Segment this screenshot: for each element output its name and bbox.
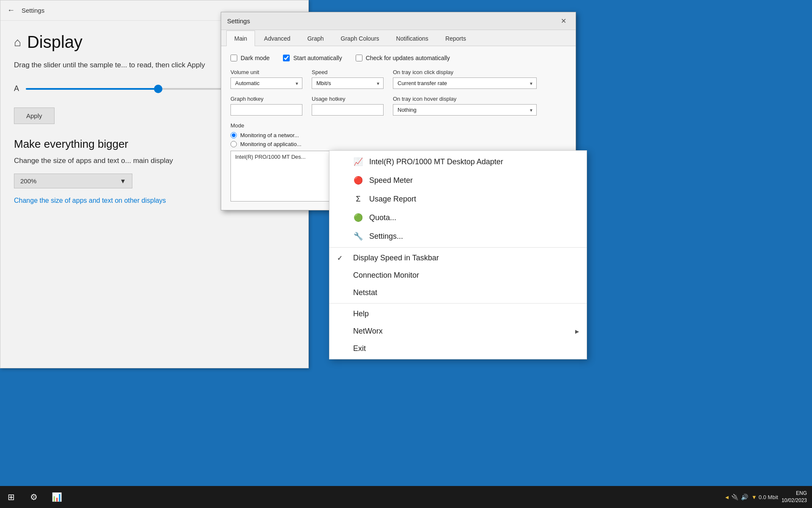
- systray: ◀ 🔌 🔊: [725, 494, 748, 500]
- taskbar-right: ◀ 🔌 🔊 ▼ 0.0 Mbit ENG 10/02/2023: [725, 490, 812, 504]
- settings-tabs-bar: Main Advanced Graph Graph Colours Notifi…: [221, 30, 576, 46]
- tray-click-select[interactable]: Current transfer rate Speed Meter Nothin…: [393, 77, 537, 89]
- menu-item-label: Display Speed in Taskbar: [353, 254, 439, 262]
- change-displays-link[interactable]: Change the size of apps and text on othe…: [14, 197, 166, 204]
- tab-notifications[interactable]: Notifications: [388, 30, 436, 46]
- context-menu-item[interactable]: NetWorx: [329, 323, 587, 340]
- menu-item-label: Netstat: [353, 288, 377, 297]
- speed-select[interactable]: Mbit/s Kbit/s MB/s: [312, 77, 384, 89]
- scale-value: 200%: [20, 177, 36, 185]
- tray-hover-select[interactable]: Nothing Current transfer rate Speed Mete…: [393, 104, 537, 116]
- context-menu-item[interactable]: 📈Intel(R) PRO/1000 MT Desktop Adapter: [329, 152, 587, 171]
- display-window-title: Settings: [22, 7, 44, 14]
- apply-button[interactable]: Apply: [14, 108, 55, 124]
- tab-advanced[interactable]: Advanced: [256, 30, 298, 46]
- form-row-2: Graph hotkey Usage hotkey On tray icon h…: [230, 96, 566, 116]
- form-row-1: Volume unit Automatic MB GB Speed Mbit/s…: [230, 69, 566, 89]
- taskbar-clock[interactable]: ENG 10/02/2023: [782, 490, 807, 504]
- context-menu-item[interactable]: Help: [329, 305, 587, 323]
- display-description: Drag the slider until the sample te... t…: [14, 60, 217, 70]
- volume-unit-select[interactable]: Automatic MB GB: [230, 77, 302, 89]
- mode-app-radio-label[interactable]: Monitoring of applicatio...: [230, 141, 566, 147]
- menu-separator: [329, 247, 587, 248]
- menu-item-icon: 🟢: [353, 213, 363, 223]
- menu-item-label: Intel(R) PRO/1000 MT Desktop Adapter: [369, 157, 503, 166]
- context-menu-item[interactable]: Exit: [329, 340, 587, 357]
- mode-network-radio-label[interactable]: Monitoring of a networ...: [230, 132, 566, 138]
- dark-mode-checkbox[interactable]: [230, 55, 237, 61]
- start-auto-checkbox-label[interactable]: Start automatically: [283, 55, 342, 61]
- speed-wrapper: Mbit/s Kbit/s MB/s: [312, 77, 384, 89]
- menu-item-check: ✓: [337, 254, 347, 262]
- volume-unit-label: Volume unit: [230, 69, 302, 75]
- mode-app-label: Monitoring of applicatio...: [240, 141, 302, 147]
- start-button[interactable]: ⊞: [0, 486, 22, 508]
- speed-display: ▼ 0.0 Mbit: [752, 494, 778, 500]
- search-gear-button[interactable]: ⚙: [23, 486, 45, 508]
- context-menu-item[interactable]: 🔴Speed Meter: [329, 171, 587, 190]
- speed-arrow-icon: ▼: [752, 494, 757, 500]
- usage-hotkey-label: Usage hotkey: [312, 96, 384, 102]
- menu-separator: [329, 303, 587, 304]
- menu-item-label: Exit: [353, 344, 366, 353]
- tray-click-group: On tray icon click display Current trans…: [393, 69, 537, 89]
- dark-mode-label: Dark mode: [241, 55, 269, 61]
- home-icon: ⌂: [14, 36, 21, 49]
- tab-reports[interactable]: Reports: [437, 30, 474, 46]
- volume-unit-wrapper: Automatic MB GB: [230, 77, 302, 89]
- network-tray-icon[interactable]: 🔌: [731, 494, 738, 500]
- mode-network-label: Monitoring of a networ...: [240, 132, 299, 138]
- taskbar-date: 10/02/2023: [782, 497, 807, 504]
- adapter-text: Intel(R) PRO/1000 MT Des...: [235, 154, 306, 160]
- context-menu-item[interactable]: ✓Display Speed in Taskbar: [329, 249, 587, 267]
- taskbar: ⊞ ⚙ 📊 ◀ 🔌 🔊 ▼ 0.0 Mbit ENG 10/02/2023: [0, 486, 812, 508]
- speed-group: Speed Mbit/s Kbit/s MB/s: [312, 69, 384, 89]
- usage-hotkey-group: Usage hotkey: [312, 96, 384, 116]
- menu-item-label: Usage Report: [369, 195, 416, 204]
- scale-chevron-icon: ▼: [120, 177, 126, 185]
- volume-unit-group: Volume unit Automatic MB GB: [230, 69, 302, 89]
- context-menu-item[interactable]: 🟢Quota...: [329, 208, 587, 227]
- make-bigger-description: Change the size of apps and text o... ma…: [14, 156, 217, 166]
- checkbox-row: Dark mode Start automatically Check for …: [230, 55, 566, 61]
- graph-hotkey-group: Graph hotkey: [230, 96, 302, 116]
- tab-graph[interactable]: Graph: [299, 30, 332, 46]
- menu-item-label: Help: [353, 309, 369, 318]
- mode-network-radio[interactable]: [230, 132, 237, 138]
- menu-item-label: Speed Meter: [369, 176, 413, 185]
- check-updates-checkbox[interactable]: [356, 55, 362, 61]
- menu-item-label: Quota...: [369, 213, 396, 222]
- start-auto-checkbox[interactable]: [283, 55, 290, 61]
- speed-label: Speed: [312, 69, 384, 75]
- menu-item-label: Settings...: [369, 232, 403, 241]
- tab-graph-colours[interactable]: Graph Colours: [333, 30, 387, 46]
- usage-hotkey-input[interactable]: [312, 104, 384, 116]
- networx-taskbar-button[interactable]: 📊: [46, 486, 68, 508]
- scale-dropdown[interactable]: 200% ▼: [14, 174, 132, 188]
- back-button[interactable]: ←: [7, 6, 15, 15]
- menu-item-label: NetWorx: [353, 327, 383, 336]
- check-updates-label: Check for updates automatically: [366, 55, 450, 61]
- tray-click-label: On tray icon click display: [393, 69, 537, 75]
- context-menu-item[interactable]: Connection Monitor: [329, 267, 587, 284]
- menu-item-icon: 🔴: [353, 175, 363, 185]
- check-updates-checkbox-label[interactable]: Check for updates automatically: [356, 55, 450, 61]
- menu-item-label: Connection Monitor: [353, 271, 419, 280]
- tray-click-wrapper: Current transfer rate Speed Meter Nothin…: [393, 77, 537, 89]
- taskbar-left: ⊞ ⚙ 📊: [0, 486, 68, 508]
- speaker-tray-icon[interactable]: 🔊: [741, 494, 748, 500]
- context-menu-item[interactable]: ΣUsage Report: [329, 190, 587, 208]
- context-menu-item[interactable]: 🔧Settings...: [329, 227, 587, 246]
- tray-expand-arrow[interactable]: ◀: [725, 495, 729, 500]
- context-menu-item[interactable]: Netstat: [329, 284, 587, 301]
- slider-thumb[interactable]: [154, 85, 162, 93]
- dark-mode-checkbox-label[interactable]: Dark mode: [230, 55, 269, 61]
- tray-hover-label: On tray icon hover display: [393, 96, 537, 102]
- close-button[interactable]: ✕: [557, 15, 570, 27]
- tab-main[interactable]: Main: [226, 30, 255, 46]
- slider-small-label: A: [14, 84, 19, 93]
- tray-hover-wrapper: Nothing Current transfer rate Speed Mete…: [393, 104, 537, 116]
- graph-hotkey-input[interactable]: [230, 104, 302, 116]
- mode-app-radio[interactable]: [230, 141, 237, 147]
- graph-hotkey-label: Graph hotkey: [230, 96, 302, 102]
